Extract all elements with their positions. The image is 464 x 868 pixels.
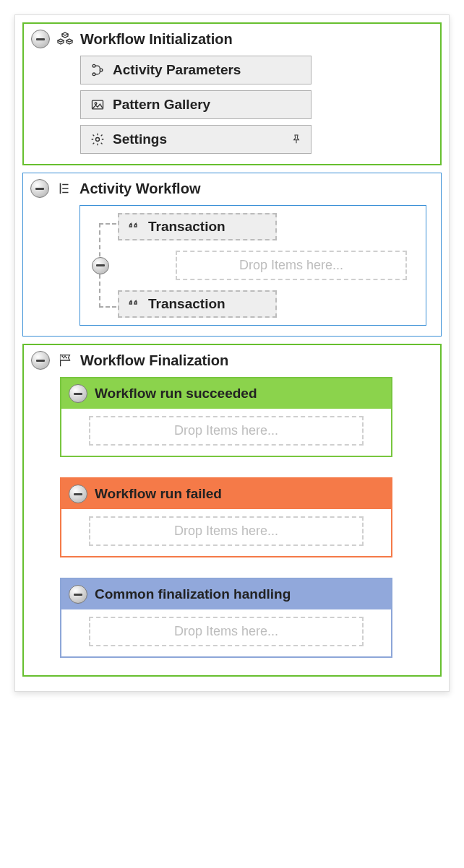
section-title: Workflow Initialization [80,31,233,48]
subpanel-succeeded: Workflow run succeeded Drop Items here..… [60,377,392,457]
subpanel-title: Workflow run succeeded [95,386,257,402]
subpanel-header: Workflow run succeeded [61,378,391,409]
section-header: Workflow Finalization [31,351,433,370]
section-initialization: Workflow Initialization Activity Paramet… [22,22,442,165]
svg-point-4 [95,103,97,105]
gear-icon [88,130,107,149]
activity-parameters-button[interactable]: Activity Parameters [80,56,312,84]
section-activity-workflow: Activity Workflow Transaction Drop Item [22,173,442,337]
svg-point-1 [93,73,95,76]
section-title: Workflow Finalization [80,352,228,369]
transaction-label: Transaction [148,219,225,235]
cubes-icon [56,30,74,48]
subpanel-body: Drop Items here... [61,509,391,556]
collapse-button[interactable] [69,384,87,403]
section-header: Workflow Initialization [31,30,433,48]
image-icon [88,95,107,114]
branch-icon [88,61,107,79]
tree-connector [93,220,115,311]
activity-body[interactable]: Transaction Drop Items here... Transacti… [80,205,426,326]
section-header: Activity Workflow [30,179,434,198]
svg-point-0 [93,64,95,67]
subpanel-common: Common finalization handling Drop Items … [60,578,392,658]
button-label: Activity Parameters [113,62,304,78]
subpanel-title: Common finalization handling [95,586,291,602]
subpanel-header: Common finalization handling [61,579,391,609]
settings-button[interactable]: Settings [80,125,312,154]
workflow-designer: Workflow Initialization Activity Paramet… [14,14,450,692]
transaction-node[interactable]: Transaction [118,213,277,240]
pattern-gallery-button[interactable]: Pattern Gallery [80,90,312,119]
collapse-button[interactable] [92,257,109,274]
collapse-button[interactable] [69,485,87,503]
subpanel-failed: Workflow run failed Drop Items here... [60,477,392,557]
list-icon [55,179,74,198]
flag-icon [56,351,74,370]
collapse-button[interactable] [69,585,87,604]
button-label: Pattern Gallery [113,97,304,113]
transaction-label: Transaction [148,296,225,312]
drop-zone[interactable]: Drop Items here... [176,251,407,280]
collapse-button[interactable] [31,30,50,48]
pin-icon[interactable] [289,133,304,146]
drop-zone[interactable]: Drop Items here... [89,416,364,446]
section-title: Activity Workflow [80,181,200,197]
svg-point-5 [96,138,100,142]
button-label: Settings [113,131,283,147]
quote-icon [126,217,142,236]
collapse-button[interactable] [30,179,49,198]
drop-zone[interactable]: Drop Items here... [89,516,364,546]
subpanel-title: Workflow run failed [95,486,222,502]
section-finalization: Workflow Finalization Workflow run succe… [22,344,442,677]
transaction-node[interactable]: Transaction [118,290,277,318]
quote-icon [126,295,142,313]
subpanel-header: Workflow run failed [61,479,391,509]
collapse-button[interactable] [31,351,50,370]
subpanel-body: Drop Items here... [61,409,391,456]
drop-zone[interactable]: Drop Items here... [89,617,364,646]
init-buttons: Activity Parameters Pattern Gallery [80,56,312,154]
svg-point-2 [100,69,103,71]
subpanel-body: Drop Items here... [61,609,391,656]
